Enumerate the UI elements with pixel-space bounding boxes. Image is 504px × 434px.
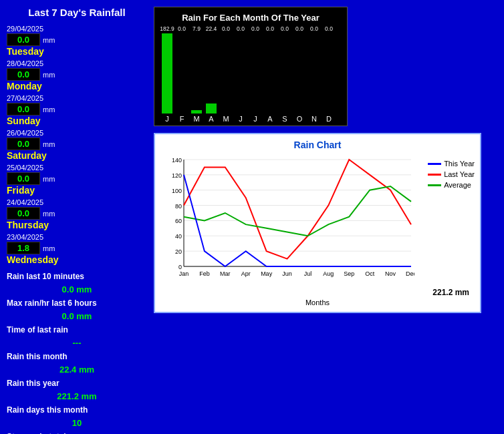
bar-value-label: 0.0 (322, 25, 336, 32)
svg-text:Dec: Dec (406, 270, 414, 277)
legend-average: Average (444, 181, 471, 189)
bar-value-label: 0.0 (307, 25, 322, 32)
rain-value: 1.8 (7, 242, 40, 254)
day-row: 29/04/2025 0.0 mm Tuesday (7, 23, 147, 57)
rain-value: 0.0 (7, 207, 40, 220)
bar (191, 110, 202, 114)
bar-value-label: 0.0 (263, 25, 277, 32)
bar-chart: Rain For Each Month Of The Year 182.90.0… (154, 7, 348, 126)
bar-value-label: 7.9 (189, 25, 204, 32)
bar-value-label: 0.0 (219, 25, 233, 32)
bar-month-label: N (307, 115, 322, 123)
day-date: 29/04/2025 (7, 25, 43, 33)
bar-month-label: J (160, 115, 174, 123)
day-name: Saturday (7, 150, 147, 161)
rain-value: 0.0 (7, 68, 40, 81)
bar-value-label: 0.0 (233, 25, 248, 32)
rain-value: 0.0 (7, 103, 40, 116)
bar-col (204, 33, 219, 114)
bar-col (189, 33, 204, 114)
day-name: Monday (7, 81, 147, 91)
bar-col (174, 33, 189, 114)
svg-text:Mar: Mar (220, 270, 231, 277)
max-rain-label: Max rain/hr last 6 hours (7, 297, 147, 310)
rain-value: 0.0 (7, 138, 40, 150)
line-chart: Rain Chart 020406080100120140JanFebMarAp… (154, 133, 481, 313)
mm-unit: mm (43, 36, 55, 44)
day-date: 27/04/2025 (7, 94, 43, 102)
day-date: 23/04/2025 (7, 233, 43, 241)
svg-text:80: 80 (175, 203, 182, 210)
storm-rain-label: Storm rain total (7, 431, 147, 434)
svg-text:Apr: Apr (241, 270, 251, 277)
bar-month-label: M (219, 115, 233, 123)
rain-last-10-min-label: Rain last 10 minutes (7, 270, 147, 283)
bar-month-label: D (322, 115, 336, 123)
svg-text:Aug: Aug (323, 270, 334, 277)
bar-month-label: A (204, 115, 219, 123)
rain-days-value: 10 (7, 417, 147, 431)
rain-value: 0.0 (7, 172, 40, 185)
bar-col (263, 33, 277, 114)
bar-value-label: 182.9 (160, 25, 174, 32)
rain-this-month-value: 22.4 mm (7, 363, 147, 377)
svg-text:Jul: Jul (304, 270, 312, 277)
svg-text:0: 0 (178, 264, 182, 270)
bar-month-label: J (248, 115, 263, 123)
svg-text:120: 120 (172, 172, 182, 179)
bar-month-label: S (277, 115, 292, 123)
svg-text:Feb: Feb (199, 270, 210, 277)
bar-month-label: J (233, 115, 248, 123)
page-title: Last 7 Day's Rainfall (7, 7, 147, 18)
day-date: 28/04/2025 (7, 59, 43, 67)
bar-value-label: 0.0 (248, 25, 263, 32)
day-date: 24/04/2025 (7, 198, 43, 206)
legend-last-year: Last Year (444, 170, 475, 178)
svg-text:40: 40 (175, 233, 182, 240)
bar-col (233, 33, 248, 114)
legend-this-year: This Year (444, 160, 475, 168)
chart-mm-label: 221.2 mm (160, 288, 475, 297)
day-row: 23/04/2025 1.8 mm Wednesday (7, 232, 147, 265)
day-row: 26/04/2025 0.0 mm Saturday (7, 128, 147, 161)
bar (162, 33, 172, 114)
bar-value-label: 0.0 (174, 25, 189, 32)
bar-month-label: F (174, 115, 189, 123)
mm-unit: mm (43, 244, 55, 252)
mm-unit: mm (43, 105, 55, 114)
day-row: 28/04/2025 0.0 mm Monday (7, 58, 147, 91)
bar-col (248, 33, 263, 114)
bar-col (292, 33, 307, 114)
svg-text:May: May (261, 270, 273, 277)
day-row: 24/04/2025 0.0 mm Thursday (7, 197, 147, 230)
time-of-last-rain-value: --- (7, 337, 147, 351)
bar (206, 103, 217, 114)
svg-text:20: 20 (175, 248, 182, 255)
rain-this-year-value: 221.2 mm (7, 390, 147, 404)
bar-col (307, 33, 322, 114)
bar-col (322, 33, 336, 114)
svg-text:Jan: Jan (179, 270, 189, 277)
bar-month-label: M (189, 115, 204, 123)
bar-col (219, 33, 233, 114)
bar-month-label: O (292, 115, 307, 123)
day-name: Tuesday (7, 46, 147, 57)
day-date: 26/04/2025 (7, 129, 43, 137)
day-date: 25/04/2025 (7, 164, 43, 172)
line-chart-title: Rain Chart (160, 140, 475, 150)
bar-value-label: 22.4 (204, 25, 219, 32)
day-name: Friday (7, 185, 147, 196)
day-row: 25/04/2025 0.0 mm Friday (7, 162, 147, 196)
day-row: 27/04/2025 0.0 mm Sunday (7, 93, 147, 126)
bar-chart-title: Rain For Each Month Of The Year (160, 13, 342, 23)
bar-month-label: A (263, 115, 277, 123)
mm-unit: mm (43, 71, 55, 79)
svg-text:Sep: Sep (344, 270, 354, 277)
svg-text:Oct: Oct (365, 270, 375, 277)
day-name: Sunday (7, 116, 147, 126)
svg-text:Nov: Nov (385, 270, 396, 277)
mm-unit: mm (43, 175, 55, 183)
bar-col (277, 33, 292, 114)
chart-legend: This Year Last Year Average (422, 153, 475, 286)
bar-col (160, 33, 174, 114)
